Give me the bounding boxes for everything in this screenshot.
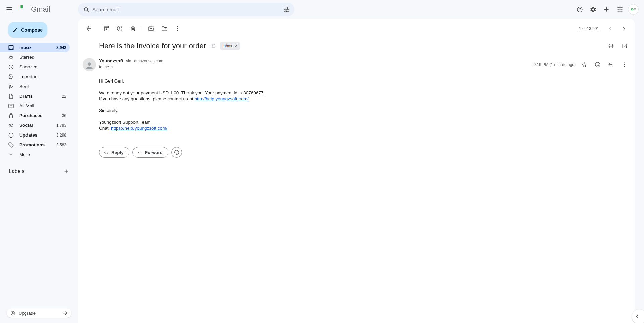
settings-button[interactable] xyxy=(586,3,600,16)
sidebar-item-sent[interactable]: Sent xyxy=(0,82,70,91)
sidebar-item-social[interactable]: Social 1,783 xyxy=(0,120,70,130)
add-reaction-button[interactable] xyxy=(591,58,604,71)
remove-label-icon[interactable] xyxy=(234,44,238,48)
pagination: 1 of 13,991 xyxy=(579,22,631,35)
top-bar: Gmail xyxy=(0,0,644,19)
account-avatar xyxy=(628,4,639,15)
reply-label: Reply xyxy=(111,150,124,155)
compose-button[interactable]: Compose xyxy=(8,22,47,38)
google-one-icon xyxy=(10,310,16,316)
report-spam-button[interactable] xyxy=(113,22,126,35)
search-options-button[interactable] xyxy=(280,4,292,16)
sidebar-item-label: Important xyxy=(19,74,39,79)
gemini-sparkle-icon xyxy=(603,6,610,13)
reply-button[interactable]: Reply xyxy=(99,147,129,158)
move-to-folder-icon xyxy=(161,25,168,32)
sender-avatar[interactable] xyxy=(83,58,96,71)
mark-unread-icon xyxy=(148,25,154,32)
sidebar-item-count: 22 xyxy=(62,94,66,99)
sidebar-item-snoozed[interactable]: Snoozed xyxy=(0,62,70,72)
sidebar: Compose Inbox 8,942 Starred Snoozed Impo… xyxy=(0,19,78,323)
back-to-inbox-button[interactable] xyxy=(82,22,96,35)
add-reaction-button[interactable] xyxy=(171,147,182,158)
body-signature: Youngzsoft Support Team xyxy=(99,119,631,125)
sidebar-item-more[interactable]: More xyxy=(0,150,70,159)
report-spam-icon xyxy=(116,25,123,32)
mark-unread-button[interactable] xyxy=(144,22,158,35)
sidebar-item-all-mail[interactable]: All Mail xyxy=(0,101,70,111)
inbox-label-chip[interactable]: Inbox xyxy=(220,42,240,50)
sidebar-item-inbox[interactable]: Inbox 8,942 xyxy=(0,43,70,52)
upgrade-label: Upgrade xyxy=(19,311,36,316)
newer-email-button[interactable] xyxy=(604,22,617,35)
sidebar-item-label: Sent xyxy=(19,84,29,89)
message-more-button[interactable] xyxy=(618,58,631,71)
delete-button[interactable] xyxy=(126,22,140,35)
message-header: Youngzsoft via amazonses.com to me 9:19 … xyxy=(78,55,635,71)
search-input[interactable] xyxy=(92,7,280,12)
subject-row: Here is the invoice for your order Inbox xyxy=(78,37,635,55)
support-link[interactable]: http://help.youngzsoft.com/ xyxy=(194,96,248,101)
sidebar-item-label: More xyxy=(19,152,30,157)
forward-arrow-icon xyxy=(137,150,142,155)
open-in-new-window-button[interactable] xyxy=(618,39,631,53)
more-options-button[interactable] xyxy=(171,22,184,35)
sidebar-item-count: 3,583 xyxy=(56,143,66,147)
gmail-brand[interactable]: Gmail xyxy=(19,5,50,14)
sidebar-item-promotions[interactable]: Promotions 3,583 xyxy=(0,140,70,150)
sender-info: Youngzsoft via amazonses.com to me xyxy=(99,58,163,70)
side-panel-toggle-button[interactable] xyxy=(632,309,644,323)
person-icon xyxy=(84,60,95,71)
print-button[interactable] xyxy=(604,39,618,53)
sidebar-item-drafts[interactable]: Drafts 22 xyxy=(0,91,70,101)
recipient-label: to me xyxy=(99,65,109,69)
search-bar[interactable] xyxy=(78,3,294,16)
chip-label: Inbox xyxy=(222,44,232,48)
move-to-button[interactable] xyxy=(158,22,171,35)
sidebar-item-label: All Mail xyxy=(19,103,34,108)
sidebar-item-label: Promotions xyxy=(19,142,45,147)
star-button[interactable] xyxy=(578,58,591,71)
sidebar-item-important[interactable]: Important xyxy=(0,72,70,82)
hamburger-icon xyxy=(6,6,13,13)
show-details-caret-icon[interactable] xyxy=(110,64,115,70)
support-button[interactable] xyxy=(573,3,586,16)
main-menu-button[interactable] xyxy=(3,3,16,16)
reply-icon-button[interactable] xyxy=(604,58,618,71)
forward-button[interactable]: Forward xyxy=(132,147,168,158)
emoji-icon xyxy=(594,61,601,68)
body-line: If you have any questions, please contac… xyxy=(99,96,631,102)
sidebar-item-updates[interactable]: Updates 3,298 xyxy=(0,130,70,140)
nav-item-icon xyxy=(8,151,14,158)
body-text: If you have any questions, please contac… xyxy=(99,96,194,101)
emoji-icon xyxy=(174,149,180,155)
sidebar-item-label: Snoozed xyxy=(19,64,37,69)
body-greeting: Hi Geri Geri, xyxy=(99,78,631,84)
chat-link[interactable]: https://help.youngzsoft.com/ xyxy=(111,126,167,131)
tune-icon xyxy=(283,6,290,13)
sidebar-item-starred[interactable]: Starred xyxy=(0,52,70,62)
pagination-count: 1 of 13,991 xyxy=(579,26,599,31)
search-button[interactable] xyxy=(80,4,92,16)
upgrade-button[interactable]: Upgrade xyxy=(7,308,71,318)
labels-section-header: Labels xyxy=(9,167,71,176)
message-meta: 9:19 PM (1 minute ago) xyxy=(534,58,631,71)
via-word: via xyxy=(126,59,131,63)
pencil-icon xyxy=(13,26,18,33)
create-label-button[interactable] xyxy=(62,167,71,176)
product-name: Gmail xyxy=(31,5,50,14)
account-button[interactable] xyxy=(627,3,640,16)
sidebar-item-purchases[interactable]: Purchases 36 xyxy=(0,111,70,120)
sidebar-item-label: Purchases xyxy=(19,113,42,118)
nav-item-icon xyxy=(8,44,14,51)
nav-item-icon xyxy=(8,93,14,100)
google-apps-button[interactable] xyxy=(613,3,627,16)
nav-item-icon xyxy=(8,64,14,70)
older-email-button[interactable] xyxy=(617,22,631,35)
importance-marker-icon[interactable] xyxy=(211,43,217,49)
nav-item-icon xyxy=(8,122,14,129)
gemini-button[interactable] xyxy=(600,3,613,16)
archive-button[interactable] xyxy=(100,22,113,35)
compose-label: Compose xyxy=(21,27,43,33)
back-arrow-icon xyxy=(86,25,92,32)
